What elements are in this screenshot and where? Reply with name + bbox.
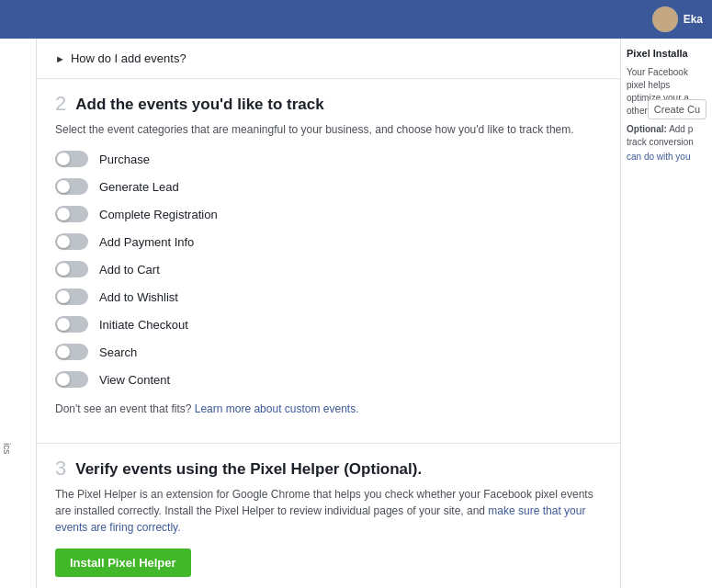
toggle-label-generate-lead: Generate Lead — [99, 180, 179, 194]
toggle-label-purchase: Purchase — [99, 153, 150, 166]
toggle-label-complete-registration: Complete Registration — [99, 208, 218, 221]
toggle-generate-lead[interactable] — [55, 178, 88, 195]
faq-item[interactable]: ► How do I add events? — [37, 39, 620, 79]
step2-number: 2 — [55, 94, 66, 114]
toggle-label-search: Search — [99, 345, 137, 359]
optional-label: Optional: — [627, 124, 667, 134]
custom-events-prefix: Don't see an event that fits? — [55, 402, 191, 415]
toggle-row-purchase: Purchase — [55, 151, 602, 167]
right-panel-title: Pixel Installa — [627, 48, 706, 59]
avatar — [652, 6, 678, 32]
step2-description-text: Select the event categories that are mea… — [55, 123, 574, 136]
toggle-row-view-content: View Content — [55, 371, 602, 388]
step3-description: The Pixel Helper is an extension for Goo… — [55, 486, 602, 536]
sidebar-label: ics — [2, 443, 12, 454]
avatar-image — [652, 6, 678, 32]
toggle-label-add-to-wishlist: Add to Wishlist — [99, 290, 178, 304]
create-custom-button[interactable]: Create Cu — [648, 99, 706, 119]
install-pixel-helper-button[interactable]: Install Pixel Helper — [55, 548, 191, 577]
toggle-list: Purchase Generate Lead Complete Registra… — [55, 151, 602, 388]
toggle-add-to-wishlist[interactable] — [55, 288, 88, 305]
toggle-row-complete-registration: Complete Registration — [55, 206, 602, 222]
toggle-row-add-to-wishlist: Add to Wishlist — [55, 288, 602, 305]
right-panel-optional: Optional: Add p track conversion — [627, 123, 706, 149]
step3-header: 3 Verify events using the Pixel Helper (… — [55, 460, 602, 479]
step2-header: 2 Add the events you'd like to track — [55, 96, 602, 114]
toggle-label-add-payment-info: Add Payment Info — [99, 235, 194, 249]
toggle-label-initiate-checkout: Initiate Checkout — [99, 318, 188, 332]
toggle-add-payment-info[interactable] — [55, 233, 88, 250]
toggle-add-to-cart[interactable] — [55, 261, 88, 277]
custom-events-link[interactable]: Learn more about custom events. — [195, 402, 359, 415]
username-label: Eka — [684, 13, 703, 26]
toggle-row-initiate-checkout: Initiate Checkout — [55, 316, 602, 333]
step3-title: Verify events using the Pixel Helper (Op… — [75, 460, 422, 479]
toggle-initiate-checkout[interactable] — [55, 316, 88, 333]
step3-number: 3 — [55, 458, 66, 479]
toggle-purchase[interactable] — [55, 151, 88, 167]
custom-events-note: Don't see an event that fits? Learn more… — [55, 402, 602, 415]
right-panel-link[interactable]: can do with you — [627, 152, 691, 162]
toggle-view-content[interactable] — [55, 371, 88, 388]
toggle-complete-registration[interactable] — [55, 206, 88, 222]
toggle-search[interactable] — [55, 344, 88, 360]
step3-section: 3 Verify events using the Pixel Helper (… — [37, 443, 620, 588]
faq-question: How do I add events? — [71, 51, 186, 65]
step2-section: 2 Add the events you'd like to track Sel… — [37, 79, 620, 443]
right-panel: Pixel Installa Your Facebook pixel helps… — [620, 39, 712, 588]
toggle-label-add-to-cart: Add to Cart — [99, 263, 160, 277]
chevron-right-icon: ► — [55, 53, 65, 64]
main-content: ► How do I add events? 2 Add the events … — [37, 39, 620, 588]
toggle-label-view-content: View Content — [99, 373, 170, 387]
toggle-row-generate-lead: Generate Lead — [55, 178, 602, 195]
toggle-row-add-payment-info: Add Payment Info — [55, 233, 602, 250]
left-sidebar: ics — [0, 39, 37, 588]
step2-description: Select the event categories that are mea… — [55, 121, 602, 138]
top-navbar: Eka — [0, 0, 712, 39]
toggle-row-search: Search — [55, 344, 602, 360]
step2-title: Add the events you'd like to track — [75, 96, 323, 114]
toggle-row-add-to-cart: Add to Cart — [55, 261, 602, 277]
